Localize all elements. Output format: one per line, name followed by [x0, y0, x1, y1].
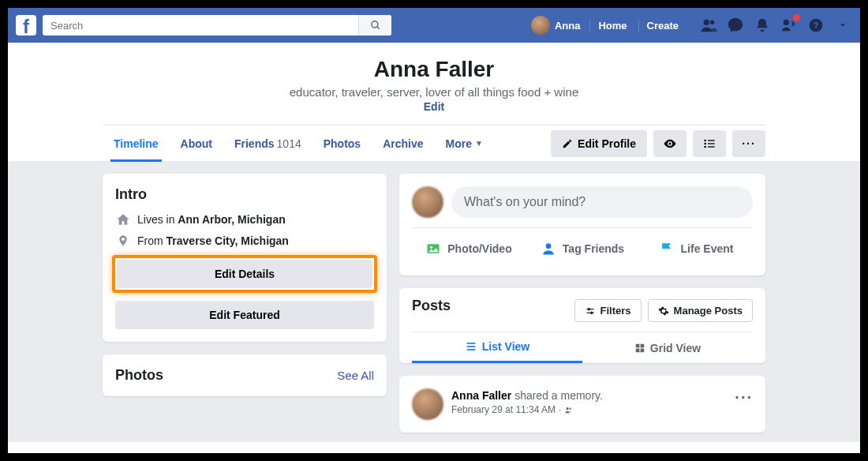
tab-timeline[interactable]: Timeline	[103, 126, 170, 162]
profile-name: Anna Faller	[8, 57, 860, 82]
grid-icon	[634, 343, 645, 354]
tab-about[interactable]: About	[170, 126, 223, 162]
edit-details-highlight: Edit Details	[112, 255, 377, 293]
post-options-button[interactable]: ···	[735, 388, 753, 407]
tab-more[interactable]: More▼	[435, 126, 494, 162]
search-input[interactable]	[43, 20, 358, 32]
svg-point-4	[784, 20, 789, 25]
post-date[interactable]: February 29 at 11:34 AM	[451, 404, 556, 415]
photo-icon	[425, 241, 441, 257]
post-card: Anna Faller shared a memory. February 29…	[399, 376, 765, 433]
tab-friends[interactable]: Friends1014	[223, 126, 312, 162]
quick-help-icon[interactable]	[780, 16, 799, 35]
home-link[interactable]: Home	[589, 20, 634, 32]
list-icon	[703, 137, 716, 150]
location-icon	[115, 234, 131, 247]
create-link[interactable]: Create	[638, 20, 687, 32]
svg-point-16	[546, 243, 552, 249]
svg-point-7	[669, 142, 672, 144]
facebook-logo[interactable]: f	[16, 15, 36, 36]
manage-posts-button[interactable]: Manage Posts	[648, 299, 753, 322]
photos-card: Photos See All	[103, 354, 387, 396]
topbar-user-link[interactable]: Anna	[525, 16, 587, 35]
body-area: Intro Lives in Ann Arbor, Michigan From …	[8, 161, 860, 442]
eye-icon	[663, 137, 677, 151]
post-author[interactable]: Anna Faller	[451, 389, 511, 402]
search-box	[43, 15, 391, 36]
svg-point-3	[710, 21, 715, 24]
svg-text:?: ?	[813, 20, 818, 30]
edit-featured-button[interactable]: Edit Featured	[115, 301, 374, 329]
svg-line-1	[376, 27, 379, 29]
post-action-text: shared a memory.	[511, 389, 603, 402]
dots-icon: ···	[742, 137, 756, 150]
svg-point-20	[590, 312, 592, 313]
svg-point-10	[704, 142, 706, 144]
avatar	[412, 388, 443, 420]
composer-input[interactable]: What's on your mind?	[451, 186, 753, 218]
composer-tag-friends[interactable]: Tag Friends	[526, 234, 639, 263]
avatar	[412, 186, 443, 218]
tab-photos[interactable]: Photos	[312, 126, 372, 162]
svg-point-28	[567, 407, 569, 410]
svg-rect-25	[640, 343, 644, 347]
svg-rect-13	[708, 146, 715, 147]
svg-rect-26	[636, 348, 640, 352]
grid-view-tab[interactable]: Grid View	[582, 332, 753, 363]
svg-point-8	[704, 139, 706, 141]
friend-requests-icon[interactable]	[699, 16, 718, 35]
search-icon	[370, 20, 381, 31]
flag-icon	[659, 241, 675, 257]
profile-tabs: Timeline About Friends1014 Photos Archiv…	[103, 125, 765, 161]
intro-title: Intro	[115, 186, 374, 203]
topbar-user-name: Anna	[555, 20, 581, 32]
composer-card: What's on your mind? Photo/Video Tag Fri…	[399, 174, 765, 275]
search-button[interactable]	[358, 15, 391, 36]
tab-actions: Edit Profile ···	[551, 130, 765, 157]
view-as-button[interactable]	[653, 130, 687, 157]
posts-title: Posts	[412, 298, 568, 314]
svg-point-0	[371, 21, 377, 28]
list-view-tab[interactable]: List View	[412, 332, 582, 363]
composer-photo-video[interactable]: Photo/Video	[412, 234, 526, 263]
gear-icon	[658, 305, 669, 317]
svg-rect-11	[708, 143, 715, 144]
list-icon	[465, 340, 477, 353]
svg-rect-27	[640, 348, 644, 352]
more-options-button[interactable]: ···	[732, 130, 765, 157]
svg-rect-24	[636, 343, 640, 347]
see-all-photos-link[interactable]: See All	[337, 369, 374, 382]
pencil-icon	[562, 138, 573, 149]
posts-panel: Posts Filters Manage Posts	[399, 288, 765, 363]
activity-log-button[interactable]	[693, 130, 726, 157]
intro-card: Intro Lives in Ann Arbor, Michigan From …	[103, 174, 387, 342]
profile-bio: educator, traveler, server, lover of all…	[8, 85, 860, 99]
topbar: f Anna Home Create	[8, 8, 860, 43]
tab-archive[interactable]: Archive	[372, 126, 434, 162]
intro-from: From Traverse City, Michigan	[115, 234, 374, 247]
intro-lives-in: Lives in Ann Arbor, Michigan	[115, 212, 374, 227]
help-icon[interactable]: ?	[806, 16, 825, 35]
chevron-down-icon: ▼	[475, 139, 483, 148]
account-dropdown-icon[interactable]	[833, 16, 852, 35]
topbar-right: Anna Home Create	[525, 16, 852, 35]
svg-rect-9	[708, 140, 715, 141]
messenger-icon[interactable]	[726, 16, 745, 35]
edit-profile-button[interactable]: Edit Profile	[551, 130, 647, 157]
svg-point-29	[570, 407, 571, 409]
svg-point-2	[704, 20, 709, 25]
edit-bio-link[interactable]: Edit	[424, 100, 444, 113]
svg-point-18	[588, 308, 589, 309]
composer-life-event[interactable]: Life Event	[639, 234, 753, 263]
svg-point-15	[430, 246, 432, 249]
edit-details-button[interactable]: Edit Details	[117, 260, 372, 288]
right-column: What's on your mind? Photo/Video Tag Fri…	[399, 174, 765, 429]
svg-point-12	[704, 145, 706, 148]
friends-privacy-icon	[564, 406, 573, 414]
left-column: Intro Lives in Ann Arbor, Michigan From …	[103, 174, 387, 429]
photos-title: Photos	[115, 367, 163, 384]
profile-header: Anna Faller educator, traveler, server, …	[8, 43, 860, 161]
filters-button[interactable]: Filters	[574, 299, 642, 322]
notifications-icon[interactable]	[753, 16, 772, 35]
notification-dot	[793, 14, 800, 21]
